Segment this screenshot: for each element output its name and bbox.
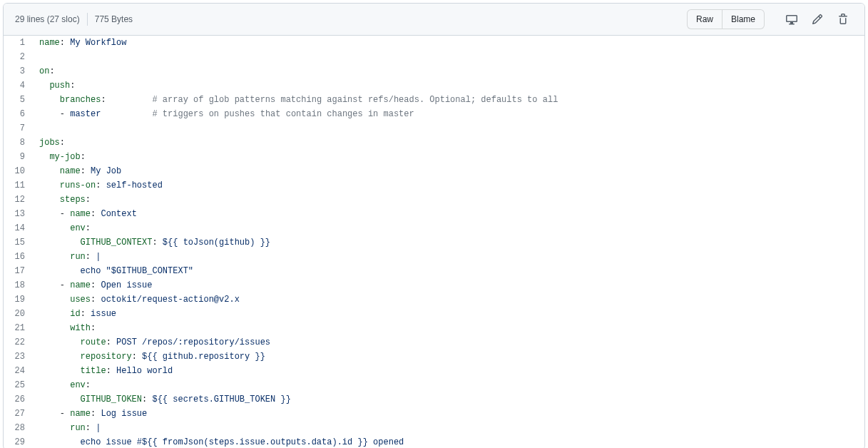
line-number[interactable]: 19: [4, 292, 32, 307]
code-row: 9 my-job:: [4, 150, 864, 164]
line-number[interactable]: 21: [4, 321, 32, 335]
code-row: 12 steps:: [4, 193, 864, 207]
line-number[interactable]: 16: [4, 250, 32, 264]
line-code[interactable]: route: POST /repos/:repository/issues: [32, 335, 864, 350]
code-viewer: 1name: My Workflow2 3on:4 push:5 branche…: [4, 36, 864, 448]
code-row: 10 name: My Job: [4, 164, 864, 178]
code-row: 25 env:: [4, 378, 864, 392]
line-code[interactable]: - name: Log issue: [32, 407, 864, 421]
line-code[interactable]: name: My Job: [32, 164, 864, 178]
line-code[interactable]: GITHUB_TOKEN: ${{ secrets.GITHUB_TOKEN }…: [32, 392, 864, 407]
file-actions: Raw Blame: [687, 9, 853, 29]
line-number[interactable]: 8: [4, 136, 32, 150]
line-number[interactable]: 11: [4, 178, 32, 193]
code-row: 19 uses: octokit/request-action@v2.x: [4, 292, 864, 307]
line-code[interactable]: name: My Workflow: [32, 36, 864, 50]
line-number[interactable]: 15: [4, 235, 32, 250]
line-code[interactable]: uses: octokit/request-action@v2.x: [32, 292, 864, 307]
line-code[interactable]: - name: Open issue: [32, 278, 864, 292]
code-row: 14 env:: [4, 221, 864, 235]
code-row: 8jobs:: [4, 136, 864, 150]
line-code[interactable]: title: Hello world: [32, 364, 864, 378]
line-number[interactable]: 28: [4, 421, 32, 435]
line-code[interactable]: run: |: [32, 421, 864, 435]
line-number[interactable]: 2: [4, 50, 32, 64]
file-header: 29 lines (27 sloc) 775 Bytes Raw Blame: [4, 4, 864, 36]
line-code[interactable]: steps:: [32, 193, 864, 207]
line-number[interactable]: 10: [4, 164, 32, 178]
code-row: 27 - name: Log issue: [4, 407, 864, 421]
line-number[interactable]: 24: [4, 364, 32, 378]
line-number[interactable]: 17: [4, 264, 32, 278]
code-row: 13 - name: Context: [4, 207, 864, 221]
code-row: 29 echo issue #${{ fromJson(steps.issue.…: [4, 435, 864, 448]
line-number[interactable]: 14: [4, 221, 32, 235]
code-row: 26 GITHUB_TOKEN: ${{ secrets.GITHUB_TOKE…: [4, 392, 864, 407]
lines-count: 29 lines (27 sloc): [15, 14, 80, 24]
line-code[interactable]: env:: [32, 221, 864, 235]
code-row: 23 repository: ${{ github.repository }}: [4, 350, 864, 364]
line-code[interactable]: - name: Context: [32, 207, 864, 221]
file-size: 775 Bytes: [95, 14, 133, 24]
code-row: 15 GITHUB_CONTEXT: ${{ toJson(github) }}: [4, 235, 864, 250]
code-row: 16 run: |: [4, 250, 864, 264]
line-code[interactable]: runs-on: self-hosted: [32, 178, 864, 193]
line-code[interactable]: echo "$GITHUB_CONTEXT": [32, 264, 864, 278]
line-code[interactable]: [32, 121, 864, 136]
pencil-icon[interactable]: [807, 9, 827, 29]
line-number[interactable]: 23: [4, 350, 32, 364]
line-code[interactable]: GITHUB_CONTEXT: ${{ toJson(github) }}: [32, 235, 864, 250]
line-code[interactable]: my-job:: [32, 150, 864, 164]
file-box: 29 lines (27 sloc) 775 Bytes Raw Blame 1…: [3, 3, 865, 448]
code-row: 24 title: Hello world: [4, 364, 864, 378]
line-code[interactable]: echo issue #${{ fromJson(steps.issue.out…: [32, 435, 864, 448]
code-row: 4 push:: [4, 78, 864, 93]
code-row: 17 echo "$GITHUB_CONTEXT": [4, 264, 864, 278]
line-code[interactable]: run: |: [32, 250, 864, 264]
line-code[interactable]: jobs:: [32, 136, 864, 150]
line-code[interactable]: [32, 50, 864, 64]
raw-blame-group: Raw Blame: [687, 9, 765, 29]
line-number[interactable]: 22: [4, 335, 32, 350]
line-code[interactable]: id: issue: [32, 307, 864, 321]
line-number[interactable]: 20: [4, 307, 32, 321]
line-number[interactable]: 1: [4, 36, 32, 50]
desktop-icon[interactable]: [782, 9, 802, 29]
line-number[interactable]: 6: [4, 107, 32, 121]
code-row: 28 run: |: [4, 421, 864, 435]
file-info: 29 lines (27 sloc) 775 Bytes: [15, 13, 133, 26]
code-row: 21 with:: [4, 321, 864, 335]
line-number[interactable]: 13: [4, 207, 32, 221]
raw-button[interactable]: Raw: [687, 9, 723, 29]
trash-icon[interactable]: [833, 9, 853, 29]
line-number[interactable]: 26: [4, 392, 32, 407]
code-row: 2: [4, 50, 864, 64]
code-row: 11 runs-on: self-hosted: [4, 178, 864, 193]
line-code[interactable]: env:: [32, 378, 864, 392]
line-number[interactable]: 27: [4, 407, 32, 421]
code-row: 3on:: [4, 64, 864, 78]
line-code[interactable]: repository: ${{ github.repository }}: [32, 350, 864, 364]
line-code[interactable]: push:: [32, 78, 864, 93]
line-number[interactable]: 18: [4, 278, 32, 292]
line-number[interactable]: 25: [4, 378, 32, 392]
line-number[interactable]: 5: [4, 93, 32, 107]
code-row: 18 - name: Open issue: [4, 278, 864, 292]
code-row: 20 id: issue: [4, 307, 864, 321]
line-number[interactable]: 3: [4, 64, 32, 78]
blame-button[interactable]: Blame: [722, 9, 765, 29]
code-row: 5 branches: # array of glob patterns mat…: [4, 93, 864, 107]
line-code[interactable]: with:: [32, 321, 864, 335]
line-code[interactable]: on:: [32, 64, 864, 78]
divider: [87, 13, 88, 26]
code-row: 6 - master # triggers on pushes that con…: [4, 107, 864, 121]
line-number[interactable]: 29: [4, 435, 32, 448]
line-code[interactable]: branches: # array of glob patterns match…: [32, 93, 864, 107]
line-number[interactable]: 12: [4, 193, 32, 207]
line-number[interactable]: 4: [4, 78, 32, 93]
code-row: 7: [4, 121, 864, 136]
line-number[interactable]: 7: [4, 121, 32, 136]
line-code[interactable]: - master # triggers on pushes that conta…: [32, 107, 864, 121]
line-number[interactable]: 9: [4, 150, 32, 164]
code-row: 22 route: POST /repos/:repository/issues: [4, 335, 864, 350]
